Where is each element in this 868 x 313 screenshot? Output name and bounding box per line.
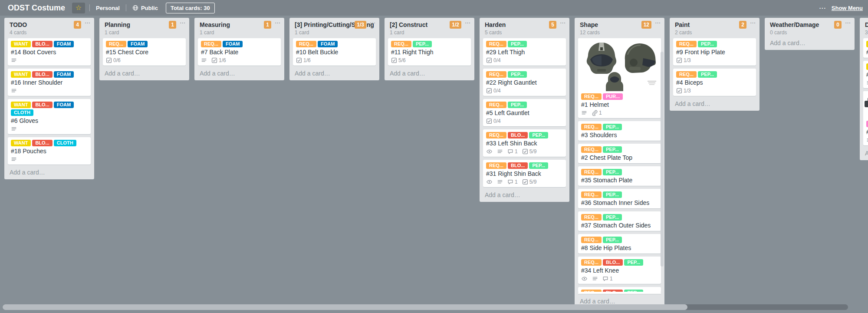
list-menu-dots-icon[interactable]: ⋯ [180, 20, 186, 26]
card[interactable]: REQ...PUR...#1 Helmet1 [578, 38, 661, 118]
card[interactable]: WANTBLO...CLOTH#18 Pouches [8, 137, 91, 165]
card[interactable]: REQ...BLO...PEP...#33 Left Shin Back15/9 [483, 129, 566, 157]
list-title[interactable]: DONE [865, 21, 868, 29]
list-menu-dots-icon[interactable]: ⋯ [465, 20, 471, 26]
list-title[interactable]: [3] Printing/Cutting/Scoring [295, 21, 358, 29]
card[interactable]: REQ...PEP...#8 Side Hip Plates [578, 234, 661, 254]
card[interactable]: WANT#4 [863, 38, 868, 58]
card[interactable]: REQ...PEP...#9 Front Hip Plate1/3 [673, 38, 756, 66]
list-todo: TODO4 cards4⋯WANTBLO...FOAM#14 Boot Cove… [4, 18, 94, 179]
card[interactable]: REQ...PEP...#37 Stomach Outer Sides [578, 211, 661, 231]
card-title: #8 Side Hip Plates [581, 244, 658, 251]
card[interactable]: REQ...PEP...#29 Left Thigh0/4 [483, 38, 566, 66]
card[interactable]: WANTBLO...FOAM#16 Inner Shoulder [8, 69, 91, 96]
add-card-button[interactable]: Add a card… [103, 69, 186, 78]
card[interactable]: REQ...BLO...PEP...#34 Left Knee1 [578, 257, 661, 284]
card[interactable]: REQ...PEP...#2 Chest Plate Top [578, 144, 661, 163]
list-card-count: 1 card [105, 30, 168, 36]
card[interactable]: REQ...PEP...#3 Shoulders [578, 121, 661, 141]
card[interactable]: REQ...PEP...#36 Stomach Inner Sides [578, 189, 661, 208]
list-menu-dots-icon[interactable]: ⋯ [560, 20, 566, 26]
card-label-blue: FOAM [318, 41, 338, 47]
list-menu-dots-icon[interactable]: ⋯ [370, 20, 376, 26]
card-badge: 1 [602, 276, 613, 282]
add-card-button[interactable]: Add a card… [863, 148, 868, 158]
card[interactable]: REQ...PEP...#35 Stomach Plate [578, 166, 661, 186]
card[interactable]: REQ...PEP...#11 Right Thigh5/6 [388, 38, 471, 66]
list-title[interactable]: TODO [10, 21, 73, 29]
add-card-button[interactable]: Add a card… [673, 99, 756, 108]
list-vertical-scrollbar[interactable] [661, 52, 664, 267]
list-menu-dots-icon[interactable]: ⋯ [655, 20, 661, 26]
card-badges: 5/6 [391, 57, 468, 63]
add-card-button[interactable]: Add a card… [768, 38, 851, 47]
list-paint: Paint2 cards2⋯REQ...PEP...#9 Front Hip P… [670, 18, 760, 111]
card-labels: REQ...PEP... [581, 124, 658, 130]
card-label-orange: REQ... [581, 93, 602, 100]
checklist-icon [106, 57, 112, 63]
card-badge-count: 1 [610, 276, 613, 282]
card-label-lime: PEP... [413, 41, 432, 47]
star-button[interactable]: ☆ [72, 3, 85, 13]
board-canvas: TODO4 cards4⋯WANTBLO...FOAM#14 Boot Cove… [0, 16, 868, 313]
card-title: #14 Boot Covers [11, 49, 88, 56]
card-title: #2 [866, 128, 868, 135]
add-card-button[interactable]: Add a card… [198, 69, 281, 78]
card-label-lime: PEP... [603, 191, 622, 198]
add-card-button[interactable]: Add a card… [8, 168, 91, 177]
card-label-lime: PEP... [624, 290, 643, 292]
card-badges [866, 80, 868, 86]
card[interactable]: REQ...PEP...#5 Left Gauntlet0/4 [483, 99, 566, 126]
card[interactable]: REQ...FOAM#7 Back Plate1/6 [198, 38, 281, 66]
list-weather-damage: Weather/Damage0 cards0⋯Add a card… [765, 18, 855, 50]
card[interactable]: PUR...#2 [863, 91, 868, 145]
card[interactable]: REQ...PEP...#4 Biceps1/3 [673, 69, 756, 96]
list-menu-dots-icon[interactable]: ⋯ [275, 20, 281, 26]
add-card-button[interactable]: Add a card… [388, 69, 471, 78]
card[interactable]: WANTBLO...FOAM#14 Boot Covers [8, 38, 91, 66]
card[interactable]: REQ...BLO...PEP...#32 Right Knee1 [578, 287, 661, 292]
board-owner-personal[interactable]: Personal [94, 4, 122, 12]
add-card-button[interactable]: Add a card… [293, 69, 376, 78]
card[interactable]: REQ...FOAM#10 Belt Buckle1/6 [293, 38, 376, 66]
list-title[interactable]: Planning [105, 21, 168, 29]
card[interactable]: WANT#2 [863, 61, 868, 88]
card-title: #7 Back Plate [201, 49, 278, 56]
card-label-orange: REQ... [486, 132, 506, 138]
list-title[interactable]: Paint [675, 21, 739, 29]
card-label-orange: REQ... [581, 169, 602, 175]
header-overflow-dots[interactable]: ··· [819, 5, 826, 11]
list-title[interactable]: Weather/Damage [770, 21, 834, 29]
card[interactable]: REQ...FOAM#15 Chest Core0/6 [103, 38, 186, 66]
list-title[interactable]: Shape [580, 21, 644, 29]
checklist-icon [391, 57, 397, 63]
card-labels: WANTBLO...FOAMCLOTH [11, 102, 88, 116]
card-label-lime: PEP... [508, 102, 527, 108]
list-cards-area: REQ...FOAM#15 Chest Core0/6 [103, 38, 186, 69]
show-menu-button[interactable]: Show Menu [832, 5, 863, 11]
card[interactable]: WANTBLO...FOAMCLOTH#6 Gloves [8, 99, 91, 134]
partially-visible-card [578, 292, 661, 294]
list-menu-dots-icon[interactable]: ⋯ [85, 20, 91, 26]
horizontal-scrollbar-track[interactable] [3, 304, 848, 310]
card-label-orange: REQ... [581, 237, 602, 243]
horizontal-scrollbar-thumb[interactable] [3, 304, 687, 310]
checklist-icon [522, 179, 528, 185]
list-menu-dots-icon[interactable]: ⋯ [845, 20, 851, 26]
list-menu-dots-icon[interactable]: ⋯ [750, 20, 756, 26]
card[interactable]: REQ...BLO...PEP...#31 Right Shin Back15/… [483, 160, 566, 187]
card-badges [866, 137, 868, 143]
description-icon [497, 148, 503, 155]
card[interactable]: REQ...PEP...#22 Right Gauntlet0/4 [483, 69, 566, 96]
board-title[interactable]: ODST Costume [5, 3, 68, 13]
list-title[interactable]: Harden [485, 21, 549, 29]
add-card-button[interactable]: Add a card… [483, 190, 566, 199]
board-visibility-public[interactable]: Public [131, 4, 160, 12]
card-label-lime: PEP... [603, 214, 622, 221]
list-header: DONE3 cards⋯ [863, 21, 868, 38]
card-label-orange: REQ... [581, 290, 602, 292]
card-badge: 5/6 [391, 57, 406, 63]
list-cards-area: REQ...PUR...#1 Helmet1REQ...PEP...#3 Sho… [578, 38, 661, 292]
list-title[interactable]: [2] Construct [390, 21, 454, 29]
list-title[interactable]: Measuring [200, 21, 263, 29]
